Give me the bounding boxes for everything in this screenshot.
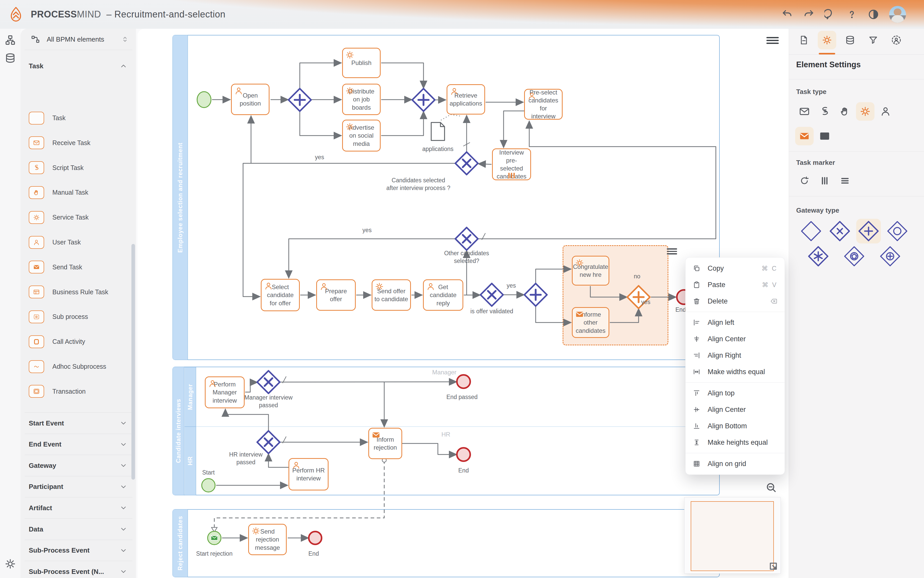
gateway-hr-interview-gw[interactable]: [257, 431, 280, 453]
palette-item-adhoc-subprocess[interactable]: Adhoc Subprocess: [21, 354, 136, 379]
task-inform-other-candidates[interactable]: Informe other candidates: [572, 307, 610, 338]
task-type-send[interactable]: [795, 127, 814, 145]
tab-gear[interactable]: [818, 31, 836, 49]
event-end-passed[interactable]: [457, 375, 470, 388]
task-retrieve-applications[interactable]: Retrieve applications: [447, 84, 485, 115]
menu-item-align-bottom[interactable]: Align Bottom: [686, 418, 785, 434]
event-start-hr[interactable]: [202, 479, 215, 492]
task-type-manual[interactable]: [836, 102, 854, 121]
menu-item-align-top[interactable]: Align top: [686, 385, 785, 401]
help-icon[interactable]: [846, 8, 858, 20]
palette-item-service-task[interactable]: Service Task: [21, 205, 136, 230]
task-type-service[interactable]: [856, 102, 874, 121]
sequence-flow[interactable]: [289, 239, 455, 277]
gateway-type-penta[interactable]: [842, 244, 867, 269]
sequence-flow[interactable]: [536, 269, 570, 283]
minimap-viewport[interactable]: [691, 501, 774, 571]
sequence-flow[interactable]: [536, 307, 570, 323]
sequence-flow[interactable]: [300, 111, 340, 136]
sequence-flow[interactable]: [245, 382, 257, 392]
palette-section-participant[interactable]: Participant: [21, 476, 136, 497]
tab-person-dashed[interactable]: [887, 31, 906, 49]
palette-item-receive-task[interactable]: Receive Task: [21, 130, 136, 155]
task-preselect-candidates[interactable]: Pre-select candidates for interview: [524, 89, 563, 120]
canvas-menu-icon[interactable]: [767, 36, 779, 46]
sequence-flow[interactable]: [225, 410, 269, 431]
palette-scrollbar[interactable]: [131, 244, 135, 480]
sequence-flow[interactable]: [381, 63, 423, 88]
section-task[interactable]: Task: [21, 55, 136, 76]
sequence-flow[interactable]: [269, 455, 289, 467]
menu-item-align-on-grid[interactable]: Align on grid: [686, 456, 785, 472]
palette-section-start-event[interactable]: Start Event: [21, 412, 136, 434]
menu-item-align-left[interactable]: Align left: [686, 314, 785, 331]
avatar[interactable]: [889, 6, 906, 23]
minimap[interactable]: [684, 497, 781, 574]
gateway-type-plus[interactable]: [856, 219, 881, 244]
palette-item-business-rule-task[interactable]: Business Rule Task: [21, 279, 136, 305]
selection-context-menu-icon[interactable]: [667, 247, 677, 256]
sequence-flow[interactable]: [504, 111, 524, 147]
palette-item-user-task[interactable]: User Task: [21, 230, 136, 255]
data-object-applications[interactable]: [431, 122, 444, 140]
tab-database[interactable]: [841, 31, 859, 49]
palette-item-transaction[interactable]: Transaction: [21, 379, 136, 404]
palette-section-data[interactable]: Data: [21, 519, 136, 540]
palette-section-artifact[interactable]: Artifact: [21, 497, 136, 518]
task-marker-parallel[interactable]: [815, 172, 834, 190]
task-select-candidate[interactable]: Select candidate for offer: [261, 279, 300, 311]
task-type-business[interactable]: [815, 127, 834, 145]
sequence-flow[interactable]: [300, 63, 340, 89]
task-type-user[interactable]: [876, 102, 895, 121]
gateway-candidates-selected[interactable]: [456, 152, 478, 175]
task-send-offer[interactable]: Send offer to candidate: [372, 279, 411, 311]
tab-doc[interactable]: [794, 31, 813, 49]
task-advertise-social[interactable]: Advertise on social media: [342, 120, 381, 151]
task-perform-hr-interview[interactable]: Perform HR interview: [289, 458, 329, 490]
menu-item-align-center[interactable]: Align Center: [686, 401, 785, 418]
menu-item-paste[interactable]: Paste⌘ V: [686, 276, 785, 293]
task-type-script[interactable]: [815, 102, 834, 121]
hierarchy-icon[interactable]: [5, 34, 16, 46]
association[interactable]: [441, 115, 460, 120]
palette-item-script-task[interactable]: Script Task: [21, 155, 136, 180]
menu-item-make-heights-equal[interactable]: Make heights equal: [686, 434, 785, 451]
event-start-main[interactable]: [197, 92, 211, 107]
task-type-receive[interactable]: [795, 102, 814, 121]
gateway-type-cross-circle[interactable]: [878, 244, 903, 269]
tab-funnel[interactable]: [864, 31, 882, 49]
task-perform-manager-interview[interactable]: Perform Manager interview: [205, 377, 245, 408]
minimap-resize-icon[interactable]: [768, 561, 778, 572]
redo-icon[interactable]: [803, 8, 815, 20]
gateway-other-candidates[interactable]: [456, 227, 478, 250]
gateway-split-publish[interactable]: [289, 89, 311, 111]
event-end-hr[interactable]: [457, 448, 470, 461]
sequence-flow[interactable]: [590, 286, 626, 297]
palette-section-gateway[interactable]: Gateway: [21, 455, 136, 476]
sequence-flow[interactable]: [381, 112, 423, 136]
sequence-flow[interactable]: [479, 164, 491, 164]
gateway-offer-validated[interactable]: [480, 284, 503, 306]
theme-contrast-icon[interactable]: [867, 8, 879, 20]
settings-gear-icon[interactable]: [5, 558, 16, 570]
database-icon[interactable]: [5, 52, 16, 64]
gateway-type-asterisk[interactable]: [806, 244, 831, 269]
palette-item-sub-process[interactable]: Sub process: [21, 304, 136, 329]
gateway-join-publish[interactable]: [412, 89, 435, 111]
palette-section-sub-process-event[interactable]: Sub-Process Event: [21, 540, 136, 561]
sequence-flow[interactable]: [402, 443, 456, 455]
menu-item-align-center[interactable]: Align Center: [686, 331, 785, 347]
menu-item-copy[interactable]: Copy⌘ C: [686, 260, 785, 276]
gateway-split-final[interactable]: [524, 284, 547, 306]
gateway-type-x[interactable]: [827, 219, 852, 244]
palette-item-send-task[interactable]: Send Task: [21, 255, 136, 279]
task-marker-loop[interactable]: [795, 172, 814, 190]
task-publish[interactable]: Publish: [342, 48, 381, 78]
menu-item-delete[interactable]: Delete: [686, 293, 785, 309]
menu-item-make-widths-equal[interactable]: Make widths equal: [686, 364, 785, 380]
gateway-type-circle[interactable]: [885, 219, 909, 244]
task-congratulate-new-hire[interactable]: Congratulate new hre: [572, 256, 610, 286]
palette-section-sub-process-event-n-[interactable]: Sub-Process Event (N...: [21, 561, 136, 578]
task-prepare-offer[interactable]: Prepare offer: [316, 279, 356, 311]
task-marker-sequential[interactable]: [836, 172, 854, 190]
